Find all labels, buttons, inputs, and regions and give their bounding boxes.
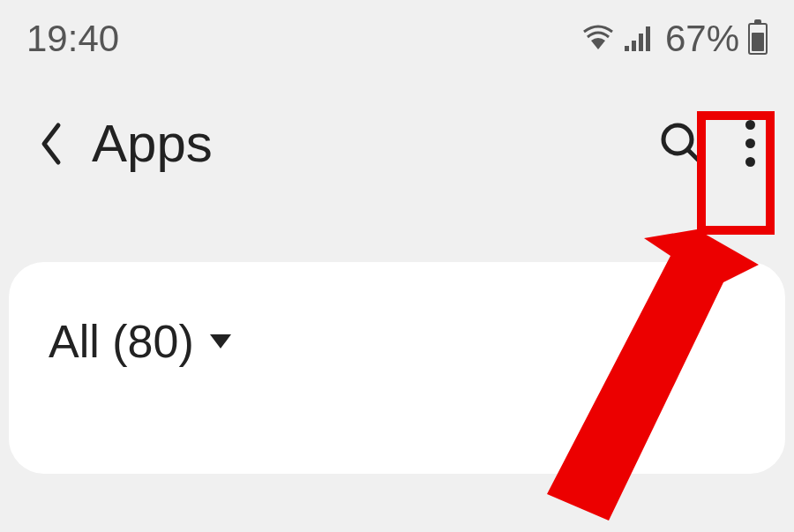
back-icon[interactable] [35, 120, 65, 168]
signal-icon [625, 25, 656, 53]
wifi-icon [581, 25, 616, 53]
svg-rect-2 [639, 34, 643, 51]
battery-percent: 67% [665, 18, 739, 60]
svg-rect-0 [625, 46, 629, 51]
status-right: 67% [581, 18, 768, 60]
filter-label: All (80) [49, 315, 194, 368]
more-options-icon[interactable] [732, 117, 768, 170]
status-bar: 19:40 67% [0, 0, 794, 69]
svg-rect-3 [646, 26, 650, 51]
header: Apps [0, 69, 794, 227]
svg-line-5 [688, 150, 700, 162]
svg-rect-1 [632, 41, 636, 51]
chevron-down-icon [210, 334, 231, 348]
battery-icon [748, 23, 768, 55]
filter-selector[interactable]: All (80) [49, 315, 231, 368]
status-time: 19:40 [26, 18, 119, 60]
filter-card: All (80) [9, 262, 785, 474]
page-title: Apps [92, 113, 640, 174]
search-icon[interactable] [658, 120, 706, 168]
